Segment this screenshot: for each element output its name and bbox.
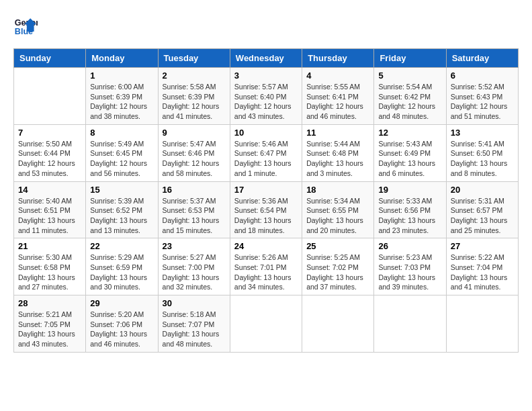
day-number: 26 — [378, 241, 441, 251]
day-info: Sunrise: 5:55 AMSunset: 6:41 PMDaylight:… — [306, 82, 369, 122]
day-info: Sunrise: 5:27 AMSunset: 7:00 PMDaylight:… — [163, 253, 226, 292]
day-info: Sunrise: 5:44 AMSunset: 6:48 PMDaylight:… — [306, 139, 369, 179]
day-number: 2 — [163, 71, 226, 81]
day-info: Sunrise: 5:54 AMSunset: 6:42 PMDaylight:… — [378, 82, 441, 122]
calendar-cell: 11 Sunrise: 5:44 AMSunset: 6:48 PMDaylig… — [302, 124, 374, 181]
page-header: General Blue — [13, 13, 519, 38]
day-number: 4 — [306, 71, 369, 81]
day-number: 30 — [163, 298, 226, 308]
calendar-cell: 20 Sunrise: 5:31 AMSunset: 6:57 PMDaylig… — [446, 181, 518, 238]
weekday-header-tuesday: Tuesday — [158, 49, 230, 68]
logo-icon: General Blue — [13, 13, 38, 38]
day-number: 20 — [451, 185, 514, 195]
day-number: 21 — [18, 241, 81, 251]
day-info: Sunrise: 5:20 AMSunset: 7:06 PMDaylight:… — [90, 310, 153, 349]
calendar-cell: 28 Sunrise: 5:21 AMSunset: 7:05 PMDaylig… — [14, 295, 86, 353]
day-info: Sunrise: 5:33 AMSunset: 6:56 PMDaylight:… — [378, 196, 441, 236]
day-number: 14 — [18, 185, 81, 195]
day-info: Sunrise: 6:00 AMSunset: 6:39 PMDaylight:… — [90, 82, 153, 122]
day-number: 27 — [451, 241, 514, 251]
calendar-cell: 9 Sunrise: 5:47 AMSunset: 6:46 PMDayligh… — [158, 124, 230, 181]
day-number: 3 — [234, 71, 298, 81]
day-info: Sunrise: 5:29 AMSunset: 6:59 PMDaylight:… — [90, 253, 153, 292]
calendar-cell: 18 Sunrise: 5:34 AMSunset: 6:55 PMDaylig… — [302, 181, 374, 238]
calendar-cell: 16 Sunrise: 5:37 AMSunset: 6:53 PMDaylig… — [158, 181, 230, 238]
day-number: 12 — [378, 128, 441, 138]
calendar-cell — [14, 68, 86, 125]
day-number: 1 — [90, 71, 153, 81]
day-number: 28 — [18, 298, 81, 308]
calendar-cell: 1 Sunrise: 6:00 AMSunset: 6:39 PMDayligh… — [86, 68, 158, 125]
day-info: Sunrise: 5:49 AMSunset: 6:45 PMDaylight:… — [90, 139, 153, 179]
day-info: Sunrise: 5:36 AMSunset: 6:54 PMDaylight:… — [234, 196, 298, 236]
calendar-cell: 6 Sunrise: 5:52 AMSunset: 6:43 PMDayligh… — [446, 68, 518, 125]
calendar-cell: 26 Sunrise: 5:23 AMSunset: 7:03 PMDaylig… — [374, 238, 446, 295]
day-number: 16 — [163, 185, 226, 195]
calendar-cell: 10 Sunrise: 5:46 AMSunset: 6:47 PMDaylig… — [230, 124, 302, 181]
day-info: Sunrise: 5:50 AMSunset: 6:44 PMDaylight:… — [18, 139, 81, 179]
day-number: 11 — [306, 128, 369, 138]
day-info: Sunrise: 5:21 AMSunset: 7:05 PMDaylight:… — [18, 310, 81, 349]
calendar-cell: 5 Sunrise: 5:54 AMSunset: 6:42 PMDayligh… — [374, 68, 446, 125]
calendar-cell: 3 Sunrise: 5:57 AMSunset: 6:40 PMDayligh… — [230, 68, 302, 125]
day-info: Sunrise: 5:30 AMSunset: 6:58 PMDaylight:… — [18, 253, 81, 292]
day-info: Sunrise: 5:34 AMSunset: 6:55 PMDaylight:… — [306, 196, 369, 236]
calendar-cell: 7 Sunrise: 5:50 AMSunset: 6:44 PMDayligh… — [14, 124, 86, 181]
day-number: 23 — [163, 241, 226, 251]
day-number: 18 — [306, 185, 369, 195]
calendar-cell — [302, 295, 374, 353]
calendar-cell: 23 Sunrise: 5:27 AMSunset: 7:00 PMDaylig… — [158, 238, 230, 295]
logo: General Blue — [13, 13, 40, 38]
weekday-header-wednesday: Wednesday — [230, 49, 302, 68]
calendar-cell: 15 Sunrise: 5:39 AMSunset: 6:52 PMDaylig… — [86, 181, 158, 238]
calendar-table: SundayMondayTuesdayWednesdayThursdayFrid… — [13, 48, 519, 353]
calendar-cell: 21 Sunrise: 5:30 AMSunset: 6:58 PMDaylig… — [14, 238, 86, 295]
calendar-cell: 4 Sunrise: 5:55 AMSunset: 6:41 PMDayligh… — [302, 68, 374, 125]
calendar-cell: 29 Sunrise: 5:20 AMSunset: 7:06 PMDaylig… — [86, 295, 158, 353]
weekday-header-thursday: Thursday — [302, 49, 374, 68]
calendar-cell — [230, 295, 302, 353]
calendar-cell: 25 Sunrise: 5:25 AMSunset: 7:02 PMDaylig… — [302, 238, 374, 295]
day-number: 19 — [378, 185, 441, 195]
calendar-cell: 14 Sunrise: 5:40 AMSunset: 6:51 PMDaylig… — [14, 181, 86, 238]
calendar-cell: 22 Sunrise: 5:29 AMSunset: 6:59 PMDaylig… — [86, 238, 158, 295]
calendar-cell: 17 Sunrise: 5:36 AMSunset: 6:54 PMDaylig… — [230, 181, 302, 238]
day-info: Sunrise: 5:57 AMSunset: 6:40 PMDaylight:… — [234, 82, 298, 122]
calendar-cell: 8 Sunrise: 5:49 AMSunset: 6:45 PMDayligh… — [86, 124, 158, 181]
day-number: 7 — [18, 128, 81, 138]
day-number: 10 — [234, 128, 298, 138]
day-number: 24 — [234, 241, 298, 251]
day-info: Sunrise: 5:40 AMSunset: 6:51 PMDaylight:… — [18, 196, 81, 236]
day-info: Sunrise: 5:47 AMSunset: 6:46 PMDaylight:… — [163, 139, 226, 179]
day-info: Sunrise: 5:52 AMSunset: 6:43 PMDaylight:… — [451, 82, 514, 122]
day-info: Sunrise: 5:43 AMSunset: 6:49 PMDaylight:… — [378, 139, 441, 179]
weekday-header-sunday: Sunday — [14, 49, 86, 68]
calendar-cell: 19 Sunrise: 5:33 AMSunset: 6:56 PMDaylig… — [374, 181, 446, 238]
day-number: 15 — [90, 185, 153, 195]
day-info: Sunrise: 5:26 AMSunset: 7:01 PMDaylight:… — [234, 253, 298, 292]
day-number: 6 — [451, 71, 514, 81]
day-number: 17 — [234, 185, 298, 195]
calendar-cell — [446, 295, 518, 353]
day-info: Sunrise: 5:41 AMSunset: 6:50 PMDaylight:… — [451, 139, 514, 179]
calendar-cell: 30 Sunrise: 5:18 AMSunset: 7:07 PMDaylig… — [158, 295, 230, 353]
day-info: Sunrise: 5:18 AMSunset: 7:07 PMDaylight:… — [163, 310, 226, 349]
weekday-header-friday: Friday — [374, 49, 446, 68]
day-info: Sunrise: 5:37 AMSunset: 6:53 PMDaylight:… — [163, 196, 226, 236]
day-info: Sunrise: 5:39 AMSunset: 6:52 PMDaylight:… — [90, 196, 153, 236]
day-number: 5 — [378, 71, 441, 81]
day-info: Sunrise: 5:22 AMSunset: 7:04 PMDaylight:… — [451, 253, 514, 292]
day-info: Sunrise: 5:58 AMSunset: 6:39 PMDaylight:… — [163, 82, 226, 122]
calendar-cell: 13 Sunrise: 5:41 AMSunset: 6:50 PMDaylig… — [446, 124, 518, 181]
weekday-header-saturday: Saturday — [446, 49, 518, 68]
day-number: 25 — [306, 241, 369, 251]
day-info: Sunrise: 5:31 AMSunset: 6:57 PMDaylight:… — [451, 196, 514, 236]
day-info: Sunrise: 5:46 AMSunset: 6:47 PMDaylight:… — [234, 139, 298, 179]
day-info: Sunrise: 5:23 AMSunset: 7:03 PMDaylight:… — [378, 253, 441, 292]
day-number: 8 — [90, 128, 153, 138]
day-number: 29 — [90, 298, 153, 308]
calendar-cell: 24 Sunrise: 5:26 AMSunset: 7:01 PMDaylig… — [230, 238, 302, 295]
calendar-cell — [374, 295, 446, 353]
weekday-header-monday: Monday — [86, 49, 158, 68]
calendar-cell: 12 Sunrise: 5:43 AMSunset: 6:49 PMDaylig… — [374, 124, 446, 181]
